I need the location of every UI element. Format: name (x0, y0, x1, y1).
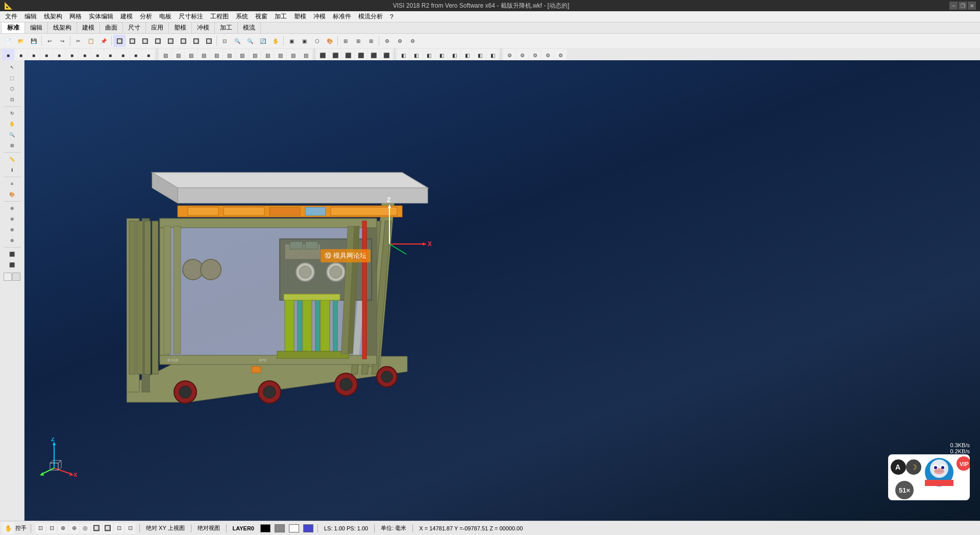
tb-rotate[interactable]: 🔄 (257, 35, 269, 47)
sidebar-layer[interactable]: ≡ (3, 179, 22, 189)
color-box-4[interactable] (303, 524, 313, 532)
tb-zoom-out[interactable]: 🔍 (244, 35, 256, 47)
tb-view-3[interactable]: ⬛ (342, 49, 354, 61)
sidebar-color[interactable]: 🎨 (3, 189, 22, 200)
tb-wp-5[interactable]: ◧ (448, 49, 460, 61)
status-icon-4[interactable]: ⊕ (69, 523, 79, 533)
tab-model[interactable]: 建模 (77, 22, 100, 33)
status-icon-2[interactable]: ⊡ (46, 523, 57, 533)
tab-apply[interactable]: 应用 (146, 22, 169, 33)
tb-btn-5[interactable]: 🔲 (164, 35, 177, 47)
tb-work-plane-2[interactable]: ⊞ (352, 35, 364, 47)
status-hand-icon[interactable]: ✋ (2, 522, 14, 534)
tab-wireframe[interactable]: 线架构 (48, 22, 77, 33)
tb-view-iso[interactable]: ⬡ (311, 35, 323, 47)
tb-image-7[interactable]: ▨ (236, 49, 248, 61)
tb-view-top[interactable]: ▣ (298, 35, 310, 47)
tb-save[interactable]: 💾 (28, 35, 40, 47)
tb-zoom-in[interactable]: 🔍 (231, 35, 243, 47)
status-icon-6[interactable]: 🔲 (91, 523, 102, 533)
tb-btn-3[interactable]: 🔲 (139, 35, 151, 47)
tab-edit[interactable]: 编辑 (25, 22, 48, 33)
status-icon-1[interactable]: ⊡ (35, 523, 45, 533)
sidebar-tool-1[interactable]: ⬛ (3, 249, 22, 259)
menu-mold[interactable]: 塑模 (291, 11, 309, 22)
tb-wp-4[interactable]: ◧ (435, 49, 448, 61)
status-icon-8[interactable]: ⊡ (114, 523, 124, 533)
tb-shape-12[interactable]: ■ (142, 49, 155, 61)
sidebar-snap-2[interactable]: ⊕ (3, 214, 22, 224)
tab-stamping[interactable]: 冲模 (192, 22, 215, 33)
tb-undo[interactable]: ↩ (43, 35, 56, 47)
tb-image-4[interactable]: ▨ (198, 49, 210, 61)
tb-shape-7[interactable]: ■ (79, 49, 91, 61)
tb-shape-11[interactable]: ■ (130, 49, 142, 61)
tb-wp-6[interactable]: ◧ (461, 49, 473, 61)
menu-solid-edit[interactable]: 实体编辑 (86, 11, 116, 22)
tb-image-5[interactable]: ▨ (210, 49, 223, 61)
tb-shape-3[interactable]: ■ (28, 49, 40, 61)
sidebar-snap-4[interactable]: ⊕ (3, 235, 22, 246)
tb-sysopt-2[interactable]: ⚙ (516, 49, 528, 61)
tb-shape-5[interactable]: ■ (53, 49, 65, 61)
tb-pan[interactable]: ✋ (270, 35, 282, 47)
tb-view-2[interactable]: ⬛ (329, 49, 341, 61)
tb-cut[interactable]: ✂ (72, 35, 84, 47)
sidebar-select-box[interactable]: ⬚ (3, 73, 22, 83)
tb-image-1[interactable]: ▨ (159, 49, 172, 61)
tb-btn-1[interactable]: 🔲 (113, 35, 126, 47)
tb-wp-8[interactable]: ◧ (486, 49, 499, 61)
tb-image-9[interactable]: ▨ (261, 49, 274, 61)
menu-drawing[interactable]: 工程图 (207, 11, 232, 22)
tb-shape-4[interactable]: ■ (40, 49, 53, 61)
sidebar-view-pan[interactable]: ✋ (3, 119, 22, 129)
tb-image-6[interactable]: ▨ (223, 49, 235, 61)
restore-button[interactable]: ❐ (959, 2, 967, 10)
tb-btn-7[interactable]: 🔲 (190, 35, 202, 47)
status-icon-5[interactable]: ◎ (80, 523, 90, 533)
menu-help[interactable]: ? (387, 12, 397, 21)
sidebar-select-polygon[interactable]: ⬡ (3, 84, 22, 94)
tb-sys-2[interactable]: ⚙ (394, 35, 406, 47)
tb-zoom-all[interactable]: ⊡ (218, 35, 231, 47)
sidebar-snap-3[interactable]: ⊕ (3, 225, 22, 235)
color-box-2[interactable] (275, 524, 285, 532)
menu-wireframe[interactable]: 线架构 (41, 11, 65, 22)
tb-image-10[interactable]: ▨ (274, 49, 286, 61)
sidebar-tool-2[interactable]: ⬛ (3, 260, 22, 270)
tb-sys-3[interactable]: ⚙ (406, 35, 419, 47)
tb-view-1[interactable]: ⬛ (316, 49, 329, 61)
tb-shape-9[interactable]: ■ (104, 49, 116, 61)
tb-shape-2[interactable]: ■ (15, 49, 27, 61)
sidebar-select-all[interactable]: ⊡ (3, 94, 22, 105)
tb-image-3[interactable]: ▨ (185, 49, 197, 61)
tb-sysopt-4[interactable]: ⚙ (542, 49, 554, 61)
status-icon-9[interactable]: ⊡ (125, 523, 135, 533)
tb-image-12[interactable]: ▨ (300, 49, 312, 61)
color-box-3[interactable] (289, 524, 299, 532)
menu-standard[interactable]: 标准件 (330, 11, 354, 22)
tb-btn-4[interactable]: 🔲 (152, 35, 164, 47)
menu-electrode[interactable]: 电板 (156, 11, 175, 22)
tb-work-plane-3[interactable]: ⊞ (365, 35, 377, 47)
small-panel-1[interactable] (4, 273, 12, 281)
menu-mesh[interactable]: 网格 (66, 11, 85, 22)
minimize-button[interactable]: ─ (949, 2, 958, 10)
sidebar-snap-1[interactable]: ⊕ (3, 203, 22, 213)
status-icon-7[interactable]: 🔲 (103, 523, 113, 533)
tb-wp-1[interactable]: ◧ (397, 49, 409, 61)
sidebar-measure[interactable]: 📏 (3, 154, 22, 164)
tb-shape-6[interactable]: ■ (66, 49, 78, 61)
sidebar-select-arrow[interactable]: ↖ (3, 62, 22, 72)
color-box-1[interactable] (260, 524, 271, 532)
menu-stamping[interactable]: 冲模 (310, 11, 329, 22)
menu-file[interactable]: 文件 (2, 11, 20, 22)
tb-sysopt-5[interactable]: ⚙ (554, 49, 567, 61)
tb-btn-8[interactable]: 🔲 (203, 35, 215, 47)
tb-sys-1[interactable]: ⚙ (381, 35, 393, 47)
tb-new[interactable]: 📄 (2, 35, 14, 47)
tb-sysopt-3[interactable]: ⚙ (529, 49, 541, 61)
tb-view-5[interactable]: ⬛ (368, 49, 380, 61)
menu-dimension[interactable]: 尺寸标注 (176, 11, 206, 22)
tb-paste[interactable]: 📌 (97, 35, 110, 47)
